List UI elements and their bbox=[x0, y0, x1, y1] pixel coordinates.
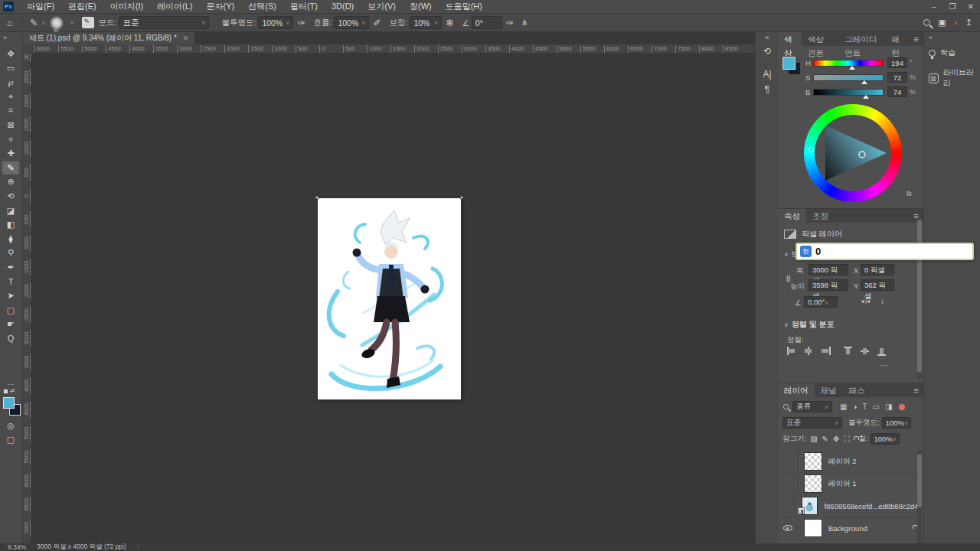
canvas-pasteboard[interactable] bbox=[31, 54, 755, 543]
airbrush-icon[interactable]: ✐ bbox=[369, 18, 384, 28]
layer-name[interactable]: 레이어 1 bbox=[828, 479, 856, 489]
share-icon[interactable]: ↥ bbox=[965, 18, 972, 28]
object-selection-tool[interactable]: ⌖ bbox=[2, 90, 19, 103]
status-chevron-icon[interactable]: 〉 bbox=[137, 543, 142, 551]
layer-opacity-select[interactable]: 100%∨ bbox=[882, 417, 911, 429]
healing-brush-tool[interactable]: ✚ bbox=[2, 147, 19, 160]
lock-icon-0[interactable]: ▨ bbox=[810, 435, 817, 444]
transform-handle[interactable] bbox=[315, 196, 318, 199]
height-field[interactable]: 3598 픽셀 bbox=[808, 279, 848, 291]
dodge-tool[interactable]: ⚲ bbox=[2, 246, 19, 259]
align-right-icon[interactable] bbox=[821, 347, 830, 355]
path-select-tool[interactable]: ➤ bbox=[2, 289, 19, 302]
close-tab-icon[interactable]: ✕ bbox=[183, 34, 189, 42]
character-panel-icon[interactable]: A| bbox=[760, 69, 775, 80]
layer-row-0[interactable]: 레이어 2 bbox=[778, 451, 917, 473]
fill-select[interactable]: 100%∨ bbox=[871, 433, 900, 445]
filter-type-icon-1[interactable]: ◑ bbox=[852, 403, 857, 411]
filter-type-icon-2[interactable]: T bbox=[863, 403, 867, 411]
visibility-empty[interactable] bbox=[778, 495, 795, 517]
visibility-eye-icon[interactable] bbox=[778, 517, 798, 540]
width-field[interactable]: 3000 픽셀 bbox=[808, 264, 848, 276]
slider-b-value[interactable]: 74 bbox=[887, 86, 907, 97]
filter-type-icon-4[interactable]: ◨ bbox=[885, 403, 892, 411]
learn-panel-button[interactable]: 학습 bbox=[929, 47, 956, 58]
menu-5[interactable]: 선택(S) bbox=[241, 0, 283, 13]
default-colors-icon[interactable] bbox=[3, 389, 8, 394]
layers-tab-2[interactable]: 패스 bbox=[843, 383, 871, 397]
expand-panels-icon[interactable]: « bbox=[760, 34, 775, 41]
toggle-brush-panel-icon[interactable] bbox=[82, 17, 94, 28]
history-brush-tool[interactable]: ⟲ bbox=[2, 190, 19, 203]
color-tab-0[interactable]: 색상 bbox=[778, 32, 802, 46]
chevron-down-icon[interactable]: ∨ bbox=[70, 20, 74, 26]
flip-horizontal-icon[interactable]: ▸|◂ bbox=[862, 298, 870, 305]
flow-select[interactable]: 100% ∨ bbox=[334, 16, 369, 29]
pen-tool[interactable]: ✒ bbox=[2, 261, 19, 274]
expand-wheel-icon[interactable]: ⧉ bbox=[906, 190, 911, 198]
gradient-tool[interactable]: ◧ bbox=[2, 218, 19, 231]
collapse-toolbar-icon[interactable]: » bbox=[3, 34, 7, 41]
crop-tool[interactable]: ⌗ bbox=[2, 104, 19, 117]
layer-row-3[interactable]: Background bbox=[778, 517, 917, 540]
align-section-header[interactable]: ∨정렬 및 분포 bbox=[784, 319, 834, 330]
libraries-panel-button[interactable]: ▥ 라이브러리 bbox=[929, 67, 980, 89]
brush-preset-picker[interactable]: 40 bbox=[50, 16, 64, 30]
layer-name[interactable]: 레이어 2 bbox=[828, 457, 856, 467]
slider-s-value[interactable]: 72 bbox=[887, 72, 907, 83]
menu-2[interactable]: 이미지(I) bbox=[103, 0, 150, 13]
layers-menu-icon[interactable]: ≡ bbox=[910, 383, 923, 397]
chevron-down-icon[interactable]: ∨ bbox=[41, 20, 45, 26]
swap-colors-icon[interactable]: ⇄ bbox=[10, 387, 15, 394]
menu-6[interactable]: 필터(T) bbox=[283, 0, 325, 13]
frame-tool[interactable]: ⊠ bbox=[2, 119, 19, 132]
align-center-h-icon[interactable] bbox=[804, 347, 813, 355]
symmetry-icon[interactable]: ⋔ bbox=[518, 18, 531, 27]
shape-tool[interactable]: ▢ bbox=[2, 304, 19, 317]
foreground-color-swatch[interactable] bbox=[3, 397, 15, 409]
minimize-button[interactable]: – bbox=[925, 0, 943, 13]
align-left-icon[interactable] bbox=[787, 347, 796, 355]
marquee-tool[interactable]: ▭ bbox=[2, 62, 19, 75]
collapse-rail-icon[interactable]: « bbox=[929, 34, 933, 41]
history-panel-icon[interactable]: ⟲ bbox=[760, 46, 775, 57]
gear-icon[interactable]: ✻ bbox=[442, 18, 457, 28]
workspace-icon[interactable]: ▣ bbox=[938, 18, 946, 28]
color-menu-icon[interactable]: ≡ bbox=[910, 32, 923, 46]
scrollbar[interactable] bbox=[917, 451, 922, 551]
lasso-tool[interactable]: ℘ bbox=[2, 76, 19, 89]
transform-handle[interactable] bbox=[460, 196, 463, 199]
visibility-empty[interactable] bbox=[778, 473, 798, 495]
filter-toggle-icon[interactable] bbox=[899, 404, 905, 410]
properties-tab-1[interactable]: 조정 bbox=[806, 209, 835, 223]
ime-input-overlay[interactable]: 한 0 bbox=[795, 243, 974, 260]
lock-icon-1[interactable]: ✎ bbox=[822, 435, 828, 444]
rotate-field[interactable]: 0.00°∨ bbox=[804, 296, 838, 308]
blend-mode-select[interactable]: 표준 ∨ bbox=[119, 16, 209, 29]
clone-stamp-tool[interactable]: ⊕ bbox=[2, 175, 19, 188]
slider-h[interactable]: H194° bbox=[805, 58, 913, 67]
brush-tool[interactable]: ✎ bbox=[2, 161, 19, 174]
filter-type-icon-0[interactable]: ▦ bbox=[840, 403, 847, 411]
brush-angle-field[interactable]: 0° bbox=[472, 16, 502, 29]
layer-filter-select[interactable]: 종류∨ bbox=[792, 401, 832, 412]
zoom-level[interactable]: 9.34% bbox=[8, 543, 26, 551]
search-icon[interactable] bbox=[923, 19, 930, 26]
layer-row-1[interactable]: 레이어 1 bbox=[778, 473, 917, 495]
menu-3[interactable]: 레이어(L) bbox=[150, 0, 199, 13]
brush-tool-icon[interactable]: ✎ bbox=[26, 18, 41, 28]
screen-mode-icon[interactable]: ▢ bbox=[2, 433, 19, 446]
document-canvas[interactable] bbox=[318, 198, 461, 399]
visibility-empty[interactable] bbox=[778, 451, 798, 473]
color-triangle[interactable] bbox=[815, 115, 891, 191]
move-tool[interactable]: ✥ bbox=[2, 47, 19, 60]
menu-0[interactable]: 파일(F) bbox=[20, 0, 61, 13]
flip-vertical-icon[interactable]: ↕ bbox=[880, 297, 884, 305]
type-tool[interactable]: T bbox=[2, 276, 19, 289]
pressure-size-icon[interactable]: ✑ bbox=[502, 18, 518, 28]
opacity-select[interactable]: 100% ∨ bbox=[258, 16, 293, 29]
hand-tool[interactable]: ☛ bbox=[2, 318, 19, 331]
layer-thumbnail[interactable] bbox=[804, 519, 822, 537]
foreground-color-swatch[interactable] bbox=[782, 57, 795, 70]
x-field[interactable]: 0 픽셀 bbox=[861, 264, 894, 276]
